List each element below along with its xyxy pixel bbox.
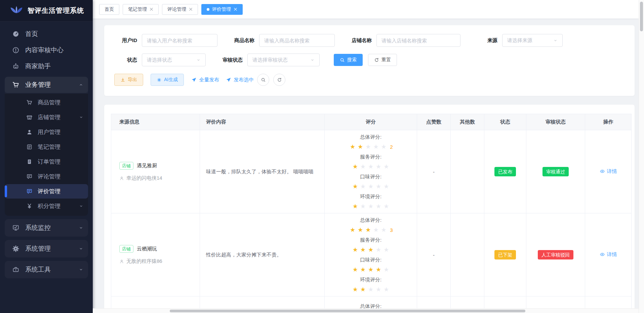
rating-cell: 总体评分: ★★★★★3 服务评分: ★★★★★ 口味评分: ★★★★★ 环境评…: [325, 213, 417, 297]
sidebar-menu: 首页 内容审核中心 商家助手 业务管理: [0, 22, 93, 286]
star-filled-icon: ★: [353, 245, 358, 255]
publish-all-label: 全量发布: [199, 77, 219, 83]
close-icon[interactable]: [234, 7, 237, 11]
star-rating: ★★★★★: [325, 202, 417, 211]
sidebar-item-product-management[interactable]: 商品管理: [5, 95, 88, 110]
chevron-down-icon: [196, 58, 201, 62]
tabs-bar: 首页 笔记管理 评论管理 评价管理: [93, 0, 639, 19]
source-cell: 店铺 遇见雅厨 幸运的闪电侠14: [111, 130, 200, 213]
publish-all-button[interactable]: 全量发布: [188, 74, 223, 86]
tab-label: 首页: [105, 6, 114, 12]
table-search-button[interactable]: [257, 74, 269, 86]
ai-generate-button[interactable]: AI生成: [151, 74, 184, 86]
sidebar-item-shop-management[interactable]: 店铺管理: [5, 110, 88, 125]
audit-status-badge: 人工审核驳回: [538, 250, 573, 259]
tab-home[interactable]: 首页: [99, 4, 119, 15]
star-empty-icon: ★: [376, 202, 381, 211]
eye-icon: [600, 169, 605, 174]
reset-button[interactable]: 重置: [368, 54, 397, 66]
star-rating: ★★★★★2: [325, 142, 417, 152]
robot-icon: [12, 63, 19, 70]
sidebar-item-system-tools[interactable]: 系统工具: [5, 261, 88, 278]
sparkle-icon: [157, 77, 162, 82]
user-id-input[interactable]: [142, 34, 217, 47]
reviewer-name: 幸运的闪电侠14: [126, 175, 162, 181]
status-select[interactable]: 请选择状态: [142, 54, 206, 66]
close-icon[interactable]: [150, 7, 153, 11]
sidebar-item-comment-management[interactable]: 评论管理: [5, 169, 88, 184]
sidebar-item-business-management[interactable]: 业务管理: [5, 77, 88, 93]
star-filled-icon: ★: [353, 182, 358, 192]
audit-status-cell: [526, 297, 585, 309]
source-select[interactable]: 请选择来源: [502, 34, 563, 47]
toolbox-icon: [12, 266, 19, 273]
sidebar-item-system-management[interactable]: 系统管理: [5, 240, 88, 257]
star-empty-icon: ★: [368, 182, 373, 192]
tab-label: 评价管理: [212, 6, 231, 12]
sidebar-item-label: 评论管理: [38, 173, 61, 180]
sidebar-item-merchant-assistant[interactable]: 商家助手: [5, 59, 88, 74]
audit-status-label: 审核状态: [220, 57, 243, 63]
column-likes: 点赞数: [417, 114, 451, 130]
vertical-scrollbar-thumb[interactable]: [640, 2, 643, 31]
sidebar-item-label: 商家助手: [25, 62, 51, 71]
select-placeholder: 请选择审核状态: [252, 57, 288, 63]
horizontal-scrollbar[interactable]: [93, 308, 639, 313]
sidebar-item-note-management[interactable]: 笔记管理: [5, 140, 88, 154]
search-button[interactable]: 搜索: [334, 54, 363, 66]
sidebar-item-content-audit-center[interactable]: 内容审核中心: [5, 42, 88, 58]
vertical-scrollbar[interactable]: [639, 0, 644, 313]
sidebar-submenu-business: 商品管理 店铺管理 用户管理: [5, 94, 88, 216]
tab-review-management[interactable]: 评价管理: [201, 4, 243, 15]
comment-icon: [26, 173, 33, 180]
close-icon[interactable]: [189, 7, 193, 11]
chevron-down-icon: [79, 115, 83, 119]
dashboard-icon: [12, 30, 19, 38]
page-content: 用户ID 商品名称 店铺名称 来源 请选择来源: [93, 19, 639, 308]
sidebar-item-order-management[interactable]: 订单管理: [5, 154, 88, 169]
sidebar-item-user-management[interactable]: 用户管理: [5, 125, 88, 139]
others-cell: [451, 213, 484, 297]
likes-cell: -: [417, 130, 451, 213]
star-empty-icon: ★: [384, 245, 389, 255]
export-button-label: 导出: [128, 77, 137, 83]
refresh-icon: [277, 77, 282, 82]
star-filled-icon: ★: [360, 265, 366, 275]
main-area: 首页 笔记管理 评论管理 评价管理 用户ID: [93, 0, 639, 308]
publish-selected-button[interactable]: 发布选中: [223, 74, 257, 86]
actions-cell: [585, 297, 632, 309]
horizontal-scrollbar-thumb[interactable]: [170, 310, 525, 312]
rating-label: 口味评分:: [325, 255, 417, 265]
chevron-down-icon: [79, 267, 83, 272]
detail-link[interactable]: 详情: [600, 168, 617, 175]
reviewer-name: 无敌的程序猿86: [126, 258, 162, 265]
tab-note-management[interactable]: 笔记管理: [123, 4, 159, 15]
rating-score: 2: [390, 142, 393, 152]
user-id-label: 用户ID: [114, 37, 137, 44]
shop-name-input[interactable]: [376, 34, 460, 47]
sidebar-item-review-management[interactable]: 评价管理: [5, 184, 88, 199]
column-rating: 评分: [325, 114, 417, 130]
product-name-input[interactable]: [259, 34, 335, 47]
star-filled-icon: ★: [368, 265, 373, 275]
detail-link[interactable]: 详情: [600, 251, 617, 258]
export-button[interactable]: 导出: [114, 74, 143, 86]
person-icon: [119, 259, 124, 264]
sidebar-item-system-monitor[interactable]: 系统监控: [5, 219, 88, 237]
star-filled-icon: ★: [353, 202, 358, 211]
star-filled-icon: ★: [365, 225, 371, 235]
tab-comment-management[interactable]: 评论管理: [162, 4, 198, 15]
filter-row-1: 用户ID 商品名称 店铺名称 来源 请选择来源: [114, 34, 625, 47]
sidebar-item-points-management[interactable]: 积分管理: [5, 199, 88, 213]
order-icon: [26, 159, 33, 165]
column-review-content: 评价内容: [200, 114, 325, 130]
column-status: 状态: [484, 114, 526, 130]
star-empty-icon: ★: [384, 162, 389, 172]
audit-status-select[interactable]: 请选择审核状态: [247, 54, 320, 66]
table-refresh-button[interactable]: [273, 74, 285, 86]
sidebar-item-home[interactable]: 首页: [5, 26, 88, 42]
star-empty-icon: ★: [376, 182, 381, 192]
shop-name: 云栖潮玩: [137, 246, 157, 252]
sidebar-group-business: 业务管理 商品管理 店铺管理: [5, 77, 88, 216]
review-table-card: 来源信息 评价内容 评分 点赞数 其他数 状态 审核状态 操作: [104, 105, 635, 308]
